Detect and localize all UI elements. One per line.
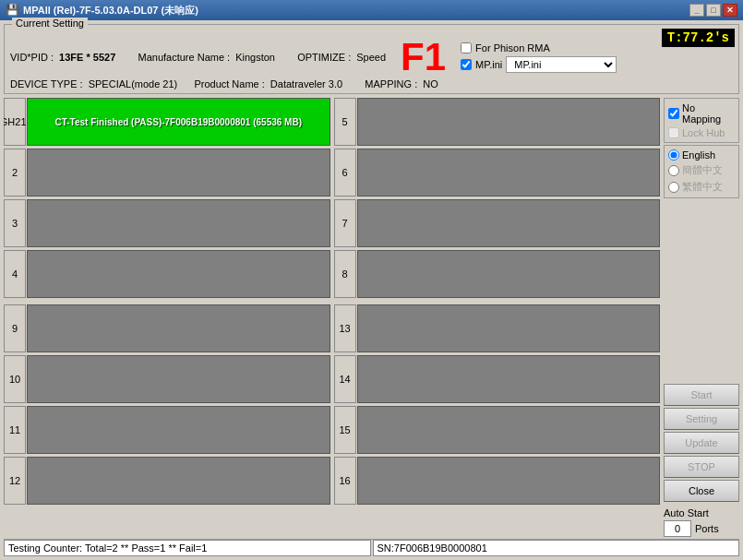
port-number-5[interactable]: 5 — [334, 98, 356, 146]
port-display-9 — [27, 304, 330, 352]
stop-button[interactable]: STOP — [664, 456, 739, 478]
port-number-16[interactable]: 16 — [334, 457, 356, 505]
mapping-options: No Mapping Lock Hub — [664, 98, 739, 143]
vid-pid-value: 13FE * 5527 — [59, 52, 115, 63]
port-number-14[interactable]: 14 — [334, 355, 356, 403]
f1-label: F1 — [401, 38, 446, 77]
port-status-text-1: CT-Test Finished (PASS)-7F006B19B0000801… — [54, 117, 302, 127]
optimize-label: OPTIMIZE : — [297, 52, 351, 63]
status-right: SN:7F006B19B0000801 — [373, 540, 740, 556]
current-setting-label: Current Setting — [12, 18, 88, 29]
close-window-button[interactable]: ✕ — [723, 4, 737, 17]
language-options: English 簡體中文 繁體中文 — [664, 145, 739, 198]
mp-ini-dropdown[interactable]: MP.ini — [506, 56, 617, 73]
port-row-13: 13 — [334, 304, 661, 352]
port-number-2[interactable]: 2 — [4, 149, 26, 197]
port-display-15 — [357, 406, 661, 454]
port-number-4[interactable]: 4 — [4, 250, 26, 298]
app-icon: 💾 — [6, 4, 19, 17]
mapping-value: NO — [423, 78, 438, 89]
port-row-6: 6 — [334, 149, 661, 197]
port-display-13 — [357, 304, 661, 352]
port-row-12: 12 — [4, 457, 330, 505]
port-number-1[interactable]: GH21- — [4, 98, 26, 146]
device-type-value: SPECIAL(mode 21) — [89, 78, 178, 89]
status-bar: Testing Counter: Total=2 ** Pass=1 ** Fa… — [4, 539, 739, 556]
radio-traditional[interactable] — [668, 182, 679, 193]
label-traditional: 繁體中文 — [682, 180, 723, 194]
window-title: MPAll (Rel)-7F-5.03.0A-DL07 (未响应) — [23, 4, 198, 18]
port-number-12[interactable]: 12 — [4, 457, 26, 505]
ports-input[interactable] — [664, 520, 691, 537]
radio-simplified[interactable] — [668, 165, 679, 176]
port-row-5: 5 — [334, 98, 661, 146]
port-number-15[interactable]: 15 — [334, 406, 356, 454]
close-button[interactable]: Close — [664, 480, 739, 502]
radio-english[interactable] — [668, 149, 679, 161]
port-panel: GH21- CT-Test Finished (PASS)-7F006B19B0… — [4, 98, 660, 537]
port-number-13[interactable]: 13 — [334, 304, 356, 352]
port-display-6 — [357, 149, 661, 197]
manufacture-label: Manufacture Name : — [138, 52, 230, 63]
manufacture-value: Kingston — [235, 52, 275, 63]
port-row-9: 9 — [4, 304, 330, 352]
port-display-10 — [27, 355, 330, 403]
port-number-11[interactable]: 11 — [4, 406, 26, 454]
port-display-1: CT-Test Finished (PASS)-7F006B19B0000801… — [27, 98, 330, 146]
port-display-16 — [357, 457, 661, 505]
port-number-6[interactable]: 6 — [334, 149, 356, 197]
lock-hub-label: Lock Hub — [682, 127, 725, 138]
port-row-2: 2 — [4, 149, 330, 197]
current-setting-panel: Current Setting T:77.2's VID*PID : 13FE … — [4, 24, 739, 94]
port-display-2 — [27, 149, 330, 197]
status-left: Testing Counter: Total=2 ** Pass=1 ** Fa… — [4, 540, 371, 556]
port-display-5 — [357, 98, 661, 146]
maximize-button[interactable]: □ — [706, 4, 721, 17]
left-top-column: GH21- CT-Test Finished (PASS)-7F006B19B0… — [4, 98, 330, 537]
port-row-11: 11 — [4, 406, 330, 454]
port-display-14 — [357, 355, 661, 403]
right-sidebar: No Mapping Lock Hub English 簡體中文 — [664, 98, 739, 537]
vid-pid-label: VID*PID : — [10, 52, 54, 63]
optimize-value: Speed — [356, 52, 386, 63]
timer-display: T:77.2's — [662, 29, 735, 47]
auto-start-label: Auto Start — [664, 507, 739, 518]
mp-ini-checkbox[interactable] — [461, 59, 472, 70]
port-number-7[interactable]: 7 — [334, 199, 356, 247]
no-mapping-checkbox[interactable] — [668, 108, 679, 119]
mapping-label: MAPPING : — [365, 78, 417, 89]
port-row-7: 7 — [334, 199, 661, 247]
update-button[interactable]: Update — [664, 432, 739, 454]
port-number-3[interactable]: 3 — [4, 199, 26, 247]
auto-start-section: Auto Start Ports — [664, 507, 739, 537]
for-phison-rma-checkbox[interactable] — [461, 42, 472, 54]
ports-label: Ports — [695, 523, 719, 534]
main-window: Current Setting T:77.2's VID*PID : 13FE … — [0, 20, 743, 560]
minimize-button[interactable]: _ — [689, 4, 704, 17]
device-type-label: DEVICE TYPE : — [10, 78, 83, 89]
port-display-11 — [27, 406, 330, 454]
start-button[interactable]: Start — [664, 384, 739, 406]
port-number-8[interactable]: 8 — [334, 250, 356, 298]
port-number-10[interactable]: 10 — [4, 355, 26, 403]
rma-section: For Phison RMA MP.ini MP.ini — [461, 42, 617, 73]
lock-hub-checkbox[interactable] — [668, 127, 679, 138]
port-row-15: 15 — [334, 406, 661, 454]
port-row-14: 14 — [334, 355, 661, 403]
port-display-4 — [27, 250, 330, 298]
port-row-4: 4 — [4, 250, 330, 298]
product-value: Datatraveler 3.0 — [270, 78, 342, 89]
port-number-9[interactable]: 9 — [4, 304, 26, 352]
port-display-7 — [357, 199, 661, 247]
port-row-8: 8 — [334, 250, 661, 298]
product-label: Product Name : — [194, 78, 264, 89]
port-row-3: 3 — [4, 199, 330, 247]
port-display-8 — [357, 250, 661, 298]
mp-ini-label: MP.ini — [475, 59, 502, 70]
port-row-10: 10 — [4, 355, 330, 403]
port-row-1: GH21- CT-Test Finished (PASS)-7F006B19B0… — [4, 98, 330, 146]
port-display-12 — [27, 457, 330, 505]
setting-button[interactable]: Setting — [664, 408, 739, 430]
label-english: English — [682, 149, 715, 161]
port-columns: GH21- CT-Test Finished (PASS)-7F006B19B0… — [4, 98, 660, 537]
